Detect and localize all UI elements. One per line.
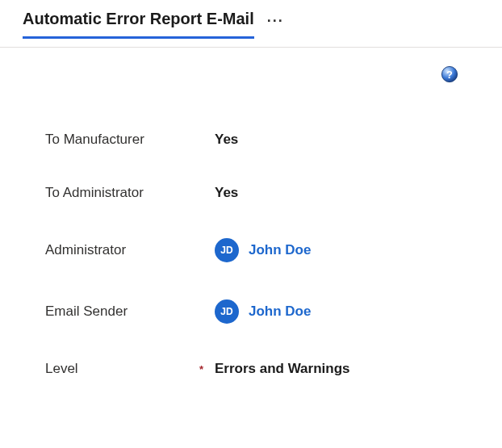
form-body: To Manufacturer Yes To Administrator Yes… [29, 83, 473, 377]
avatar: JD [215, 299, 239, 324]
panel-title: Automatic Error Report E-Mail [23, 10, 254, 39]
field-email-sender: Email Sender JD John Doe [45, 299, 457, 324]
form-panel: ? To Manufacturer Yes To Administrator Y… [6, 48, 496, 377]
person-name: John Doe [249, 242, 311, 258]
field-administrator: Administrator JD John Doe [45, 238, 457, 262]
avatar: JD [215, 238, 239, 262]
person-picker-administrator[interactable]: JD John Doe [215, 238, 311, 262]
field-value[interactable]: Errors and Warnings [215, 361, 350, 377]
field-label: To Administrator [45, 185, 144, 201]
field-label: Email Sender [45, 304, 128, 320]
person-picker-email-sender[interactable]: JD John Doe [215, 299, 311, 324]
field-label: Level [45, 361, 78, 377]
field-value[interactable]: Yes [215, 185, 238, 201]
field-level: Level * Errors and Warnings [45, 361, 457, 377]
field-label: Administrator [45, 242, 126, 258]
panel-header: Automatic Error Report E-Mail ··· [0, 0, 502, 39]
field-label: To Manufacturer [45, 132, 144, 148]
svg-text:?: ? [446, 69, 453, 81]
person-name: John Doe [249, 304, 311, 320]
field-to-manufacturer: To Manufacturer Yes [45, 132, 457, 148]
value-text: Yes [215, 185, 238, 201]
help-icon[interactable]: ? [441, 65, 458, 83]
field-to-administrator: To Administrator Yes [45, 185, 457, 201]
required-indicator: * [199, 363, 203, 375]
value-text: Errors and Warnings [215, 361, 350, 377]
more-actions-button[interactable]: ··· [267, 13, 284, 36]
field-value[interactable]: Yes [215, 132, 238, 148]
value-text: Yes [215, 132, 238, 148]
